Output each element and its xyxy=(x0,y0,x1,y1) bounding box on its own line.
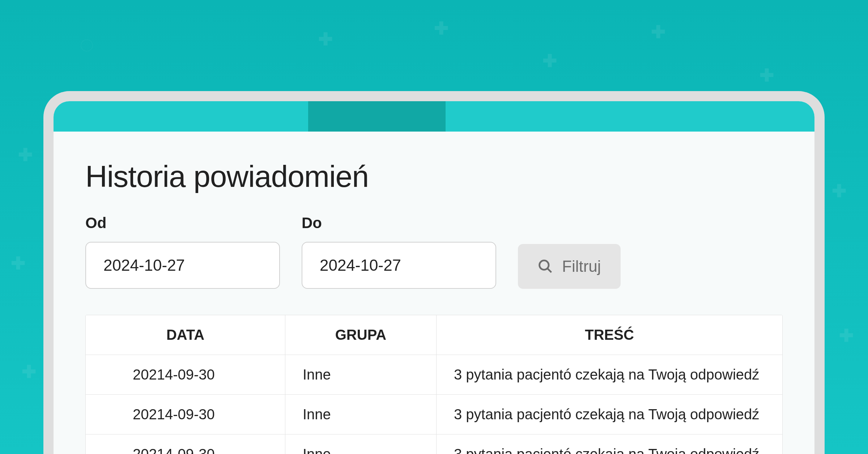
plus-decoration: ✚ xyxy=(434,18,448,38)
plus-decoration: ✚ xyxy=(839,325,854,346)
filter-button[interactable]: Filtruj xyxy=(518,244,621,289)
cell-group: Inne xyxy=(285,355,437,394)
device-screen: Historia powiadomień Od Do xyxy=(54,101,814,454)
table-row[interactable]: 20214-09-30 Inne 3 pytania pacjentó czek… xyxy=(86,355,782,395)
table-row[interactable]: 20214-09-30 Inne 3 pytania pacjentó czek… xyxy=(86,434,782,454)
plus-decoration: ✚ xyxy=(651,22,665,42)
from-date-label: Od xyxy=(85,214,280,232)
page-title: Historia powiadomień xyxy=(85,159,783,194)
table-row[interactable]: 20214-09-30 Inne 3 pytania pacjentó czek… xyxy=(86,395,782,434)
active-tab-indicator[interactable] xyxy=(308,101,446,132)
cell-date: 20214-09-30 xyxy=(86,395,285,434)
cell-content: 3 pytania pacjentó czekają na Twoją odpo… xyxy=(437,395,782,434)
plus-decoration: ✚ xyxy=(18,145,33,165)
plus-decoration: ✚ xyxy=(542,51,557,71)
filter-row: Od Do Filtruj xyxy=(85,214,783,289)
to-date-input[interactable] xyxy=(302,242,496,289)
filter-button-label: Filtruj xyxy=(562,257,601,275)
plus-decoration: ✚ xyxy=(832,181,846,201)
cell-group: Inne xyxy=(285,434,437,454)
from-date-input[interactable] xyxy=(85,242,280,289)
plus-decoration: ✚ xyxy=(22,361,36,382)
filter-from-group: Od xyxy=(85,214,280,289)
filter-to-group: Do xyxy=(302,214,496,289)
header-content: TREŚĆ xyxy=(437,315,782,355)
cell-group: Inne xyxy=(285,395,437,434)
header-group: GRUPA xyxy=(285,315,437,355)
top-nav-bar xyxy=(54,101,814,132)
cell-content: 3 pytania pacjentó czekają na Twoją odpo… xyxy=(437,434,782,454)
cell-date: 20214-09-30 xyxy=(86,434,285,454)
page-content: Historia powiadomień Od Do xyxy=(54,132,814,454)
svg-point-0 xyxy=(540,261,549,270)
plus-decoration: ✚ xyxy=(11,253,25,273)
plus-decoration: ✚ xyxy=(760,65,774,85)
plus-decoration: ✚ xyxy=(318,29,333,49)
device-frame: Historia powiadomień Od Do xyxy=(43,91,825,454)
to-date-label: Do xyxy=(302,214,496,232)
search-icon xyxy=(537,258,553,274)
cell-content: 3 pytania pacjentó czekają na Twoją odpo… xyxy=(437,355,782,394)
cell-date: 20214-09-30 xyxy=(86,355,285,394)
table-header-row: DATA GRUPA TREŚĆ xyxy=(86,315,782,355)
svg-line-1 xyxy=(548,269,551,272)
header-date: DATA xyxy=(86,315,285,355)
notifications-table: DATA GRUPA TREŚĆ 20214-09-30 Inne 3 pyta… xyxy=(85,315,783,454)
